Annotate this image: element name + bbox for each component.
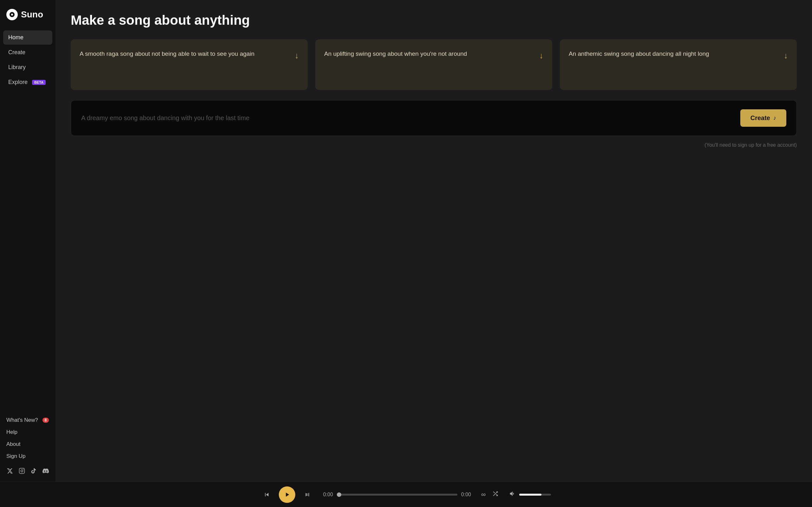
time-current: 0:00 — [323, 492, 333, 498]
twitter-icon[interactable] — [6, 466, 13, 475]
page-title: Make a song about anything — [71, 13, 797, 28]
svg-point-5 — [23, 469, 23, 469]
create-section: Create ♪ — [71, 100, 797, 136]
help-link[interactable]: Help — [6, 429, 49, 435]
suggestion-card-arrow-2: ↓ — [539, 51, 543, 60]
create-button-label: Create — [751, 114, 770, 122]
time-total: 0:00 — [461, 492, 471, 498]
beta-badge: BETA — [32, 80, 46, 85]
song-prompt-input[interactable] — [81, 114, 734, 122]
sidebar-item-create[interactable]: Create — [3, 45, 52, 60]
suggestion-card-text-1: A smooth raga song about not being able … — [80, 49, 254, 59]
play-button[interactable] — [279, 487, 295, 503]
volume-icon[interactable] — [509, 490, 516, 499]
main-nav: Home Create Library Explore BETA — [0, 31, 55, 89]
progress-dot — [337, 493, 341, 497]
loop-icon[interactable]: ∞ — [481, 491, 486, 498]
volume-fill — [519, 494, 542, 496]
suggestion-card-text-2: An uplifting swing song about when you'r… — [324, 49, 467, 59]
suggestion-card-arrow-3: ↓ — [784, 51, 788, 60]
about-label: About — [6, 441, 20, 447]
sidebar-bottom: What's New? 8 Help About Sign Up — [0, 411, 55, 482]
next-button[interactable] — [302, 489, 313, 500]
create-button[interactable]: Create ♪ — [740, 109, 786, 127]
progress-bar[interactable] — [337, 494, 457, 496]
sidebar-item-label: Home — [8, 34, 23, 41]
signup-hint: (You'll need to sign up for a free accou… — [71, 142, 797, 148]
suggestion-card-arrow-1: ↓ — [295, 51, 299, 60]
whats-new-count: 8 — [43, 418, 49, 423]
about-link[interactable]: About — [6, 441, 49, 447]
svg-point-4 — [20, 470, 23, 472]
logo[interactable]: Suno — [0, 0, 55, 31]
suno-logo-icon — [6, 9, 18, 20]
discord-icon[interactable] — [42, 466, 49, 475]
suggestion-card-3[interactable]: An anthemic swing song about dancing all… — [560, 39, 797, 90]
instagram-icon[interactable] — [18, 466, 26, 475]
music-note-icon: ♪ — [773, 115, 776, 121]
sidebar-item-label: Explore — [8, 79, 28, 86]
player-extras: ∞ — [481, 490, 499, 499]
suggestion-card-2[interactable]: An uplifting swing song about when you'r… — [315, 39, 552, 90]
volume-section — [509, 490, 551, 499]
suggestion-card-text-3: An anthemic swing song about dancing all… — [569, 49, 709, 59]
logo-text: Suno — [21, 9, 43, 20]
tiktok-icon[interactable] — [30, 466, 37, 475]
sidebar-item-label: Library — [8, 64, 26, 71]
svg-rect-3 — [19, 468, 24, 474]
player-bar: 0:00 0:00 ∞ — [0, 482, 812, 507]
signup-label: Sign Up — [6, 453, 26, 459]
whats-new-label: What's New? — [6, 417, 38, 424]
svg-point-2 — [11, 14, 13, 15]
sidebar-item-label: Create — [8, 49, 26, 56]
signup-link[interactable]: Sign Up — [6, 453, 49, 459]
help-label: Help — [6, 429, 17, 435]
sidebar-item-home[interactable]: Home — [3, 31, 52, 45]
progress-container: 0:00 0:00 — [323, 492, 471, 498]
volume-bar[interactable] — [519, 494, 551, 496]
social-icons — [6, 466, 49, 475]
player-controls — [261, 487, 313, 503]
sidebar: Suno Home Create Library Explore BETA Wh… — [0, 0, 55, 482]
main-content: Make a song about anything A smooth raga… — [55, 0, 812, 482]
whats-new-link[interactable]: What's New? 8 — [6, 417, 49, 424]
prev-button[interactable] — [261, 489, 272, 500]
shuffle-icon[interactable] — [492, 490, 499, 499]
suggestion-cards: A smooth raga song about not being able … — [71, 39, 797, 90]
sidebar-item-library[interactable]: Library — [3, 60, 52, 74]
sidebar-item-explore[interactable]: Explore BETA — [3, 75, 52, 89]
suggestion-card-1[interactable]: A smooth raga song about not being able … — [71, 39, 308, 90]
